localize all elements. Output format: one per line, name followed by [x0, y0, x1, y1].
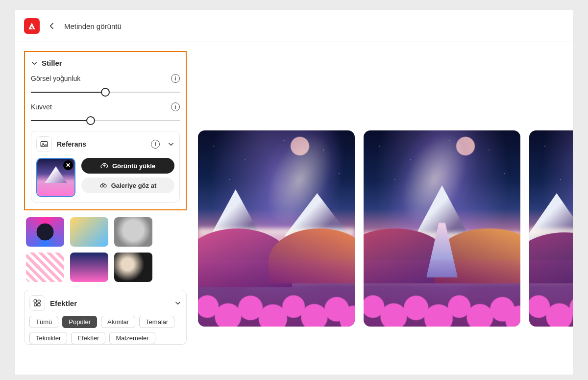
- generated-image[interactable]: [529, 130, 573, 327]
- browse-gallery-button[interactable]: Galeriye göz at: [81, 177, 174, 193]
- visual-density-label: Görsel yoğunluk: [31, 75, 80, 82]
- generated-image[interactable]: [364, 130, 520, 327]
- svg-point-3: [103, 185, 106, 187]
- styles-panel-highlight: Stiller Görsel yoğunluk i Kuvvet i: [24, 51, 187, 210]
- strength-label: Kuvvet: [31, 103, 52, 111]
- style-preset[interactable]: [114, 253, 152, 282]
- browse-label: Galeriye göz at: [111, 182, 156, 189]
- top-bar: Metinden görüntü: [15, 10, 573, 42]
- sidebar: Stiller Görsel yoğunluk i Kuvvet i: [15, 42, 189, 375]
- generated-image[interactable]: [198, 130, 355, 327]
- chip-effects[interactable]: Efektler: [71, 332, 105, 344]
- visual-density-slider[interactable]: [31, 92, 180, 93]
- app-frame: Metinden görüntü Stiller Görsel yoğunluk…: [15, 10, 573, 375]
- info-icon[interactable]: i: [171, 74, 180, 83]
- svg-rect-6: [38, 304, 40, 306]
- image-icon: [36, 136, 52, 152]
- style-preset[interactable]: [70, 217, 108, 247]
- style-preset[interactable]: [26, 253, 64, 282]
- chip-themes[interactable]: Temalar: [139, 316, 174, 328]
- chevron-down-icon[interactable]: [168, 141, 174, 148]
- chip-popular[interactable]: Popüler: [62, 316, 97, 328]
- upload-label: Görüntü yükle: [112, 162, 155, 170]
- chip-movements[interactable]: Akımlar: [101, 316, 135, 328]
- info-icon[interactable]: i: [171, 102, 180, 111]
- svg-point-7: [34, 304, 37, 306]
- back-button[interactable]: [47, 21, 57, 31]
- style-preset[interactable]: [70, 253, 108, 282]
- chevron-down-icon: [31, 60, 38, 67]
- close-icon[interactable]: ✕: [63, 160, 73, 170]
- reference-title: Referans: [57, 140, 146, 148]
- reference-thumbnail[interactable]: ✕: [36, 158, 75, 197]
- style-presets-grid: [26, 217, 189, 282]
- upload-icon: [100, 162, 108, 170]
- binoculars-icon: [99, 181, 107, 189]
- page-title: Metinden görüntü: [64, 22, 122, 30]
- chip-all[interactable]: Tümü: [29, 316, 58, 328]
- upload-image-button[interactable]: Görüntü yükle: [81, 158, 174, 174]
- adobe-logo[interactable]: [24, 18, 40, 34]
- strength-slider[interactable]: [31, 120, 180, 121]
- svg-point-2: [100, 185, 103, 187]
- svg-rect-4: [34, 300, 36, 302]
- reference-card: Referans i ✕: [31, 131, 180, 203]
- styles-title: Stiller: [42, 59, 62, 67]
- results-row: [189, 42, 573, 375]
- effects-chips: Tümü Popüler Akımlar Temalar Teknikler E…: [29, 316, 181, 344]
- chip-techniques[interactable]: Teknikler: [29, 332, 67, 344]
- effects-card: Efektler Tümü Popüler Akımlar Temalar Te…: [24, 290, 187, 345]
- svg-point-5: [38, 300, 40, 303]
- chip-materials[interactable]: Malzemeler: [109, 332, 155, 344]
- info-icon[interactable]: i: [151, 140, 160, 149]
- styles-section-header[interactable]: Stiller: [31, 59, 180, 67]
- effects-title: Efektler: [50, 299, 170, 307]
- effects-icon: [29, 295, 45, 311]
- style-preset[interactable]: [114, 217, 152, 247]
- chevron-down-icon[interactable]: [174, 300, 181, 306]
- style-preset[interactable]: [26, 217, 64, 247]
